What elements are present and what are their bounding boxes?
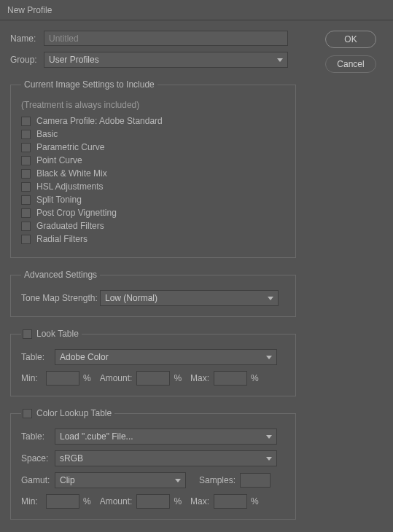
look-table-legend: Look Table <box>36 329 79 339</box>
include-item: Camera Profile: Adobe Standard <box>21 116 285 126</box>
include-item: Basic <box>21 129 285 139</box>
group-select-value: User Profiles <box>49 55 99 65</box>
clut-legend: Color Lookup Table <box>36 408 112 418</box>
ok-button[interactable]: OK <box>325 31 376 48</box>
clut-space-label: Space: <box>21 453 55 463</box>
include-item: Split Toning <box>21 195 285 205</box>
include-item: Radial Filters <box>21 234 285 244</box>
include-item-label: Parametric Curve <box>36 142 104 152</box>
include-item-label: Split Toning <box>36 195 82 205</box>
include-item: Graduated Filters <box>21 221 285 231</box>
include-item-label: Camera Profile: Adobe Standard <box>36 116 163 126</box>
group-select[interactable]: User Profiles <box>44 52 288 68</box>
name-label: Name: <box>10 34 44 44</box>
pct-symbol: % <box>251 496 259 506</box>
look-table-checkbox[interactable] <box>23 329 32 339</box>
include-item-label: Post Crop Vignetting <box>36 208 117 218</box>
cancel-button[interactable]: Cancel <box>325 55 376 73</box>
look-table-value: Adobe Color <box>60 352 109 362</box>
clut-max-input[interactable] <box>214 494 247 509</box>
chevron-down-icon <box>266 356 272 359</box>
look-max-label: Max: <box>190 373 209 383</box>
clut-checkbox[interactable] <box>23 409 32 418</box>
look-table-select[interactable]: Adobe Color <box>55 349 277 365</box>
clut-min-label: Min: <box>21 496 42 506</box>
clut-min-input[interactable] <box>46 494 79 509</box>
clut-table-value: Load ".cube" File... <box>60 431 133 442</box>
group-label: Group: <box>10 55 44 65</box>
clut-space-select[interactable]: sRGB <box>55 450 277 466</box>
clut-gamut-label: Gamut: <box>21 475 55 485</box>
clut-samples-label: Samples: <box>199 475 236 485</box>
look-max-input[interactable] <box>214 371 247 386</box>
pct-symbol: % <box>174 496 182 506</box>
include-note: (Treatment is always included) <box>21 100 285 110</box>
look-min-input[interactable] <box>46 371 79 386</box>
include-checkbox[interactable] <box>21 117 31 126</box>
include-item-label: Point Curve <box>36 155 82 165</box>
chevron-down-icon <box>266 435 272 439</box>
look-amount-input[interactable] <box>136 371 170 386</box>
pct-symbol: % <box>83 373 91 383</box>
clut-table-select[interactable]: Load ".cube" File... <box>55 429 277 445</box>
include-item-label: Graduated Filters <box>36 221 104 231</box>
cancel-button-label: Cancel <box>337 59 364 69</box>
look-table-table-label: Table: <box>21 352 55 362</box>
clut-amount-input[interactable] <box>136 494 170 509</box>
clut-amount-label: Amount: <box>100 496 133 506</box>
clut-table-label: Table: <box>21 431 55 442</box>
chevron-down-icon <box>277 58 283 62</box>
pct-symbol: % <box>174 373 182 383</box>
ok-button-label: OK <box>344 34 357 44</box>
pct-symbol: % <box>251 373 259 383</box>
advanced-legend: Advanced Settings <box>21 270 100 280</box>
include-checkbox[interactable] <box>21 130 31 139</box>
include-item-label: Basic <box>36 129 58 139</box>
include-checkbox[interactable] <box>21 222 31 231</box>
include-item-label: HSL Adjustments <box>36 181 104 192</box>
clut-gamut-value: Clip <box>60 475 75 485</box>
include-checkbox[interactable] <box>21 156 31 165</box>
include-item: Parametric Curve <box>21 142 285 152</box>
title-bar: New Profile <box>0 0 393 20</box>
include-checkbox[interactable] <box>21 235 31 244</box>
look-min-label: Min: <box>21 373 42 383</box>
name-input[interactable] <box>44 31 288 46</box>
include-checkbox[interactable] <box>21 143 31 152</box>
chevron-down-icon <box>268 297 273 300</box>
include-item-label: Radial Filters <box>36 234 87 244</box>
clut-samples-input[interactable] <box>240 473 271 488</box>
look-amount-label: Amount: <box>100 373 133 383</box>
tone-map-label: Tone Map Strength: <box>21 293 100 303</box>
chevron-down-icon <box>266 457 272 461</box>
include-item: HSL Adjustments <box>21 181 285 192</box>
clut-fieldset: Color Lookup Table Table: Load ".cube" F… <box>10 408 296 520</box>
include-checkbox[interactable] <box>21 182 31 192</box>
include-checkbox[interactable] <box>21 195 31 205</box>
include-checkbox[interactable] <box>21 208 31 218</box>
include-checkbox[interactable] <box>21 169 31 179</box>
include-legend: Current Image Settings to Include <box>21 79 157 90</box>
clut-max-label: Max: <box>190 496 209 506</box>
chevron-down-icon <box>175 479 181 482</box>
include-item: Black & White Mix <box>21 168 285 179</box>
window-title: New Profile <box>7 5 52 15</box>
include-item-label: Black & White Mix <box>36 168 107 179</box>
clut-space-value: sRGB <box>60 453 83 463</box>
clut-gamut-select[interactable]: Clip <box>55 472 186 488</box>
include-item: Point Curve <box>21 155 285 165</box>
tone-map-value: Low (Normal) <box>105 293 157 303</box>
include-fieldset: Current Image Settings to Include (Treat… <box>10 79 296 258</box>
look-table-fieldset: Look Table Table: Adobe Color Min: % Amo… <box>10 329 296 396</box>
advanced-fieldset: Advanced Settings Tone Map Strength: Low… <box>10 270 296 317</box>
pct-symbol: % <box>83 496 91 506</box>
tone-map-select[interactable]: Low (Normal) <box>100 290 279 306</box>
include-item: Post Crop Vignetting <box>21 208 285 218</box>
